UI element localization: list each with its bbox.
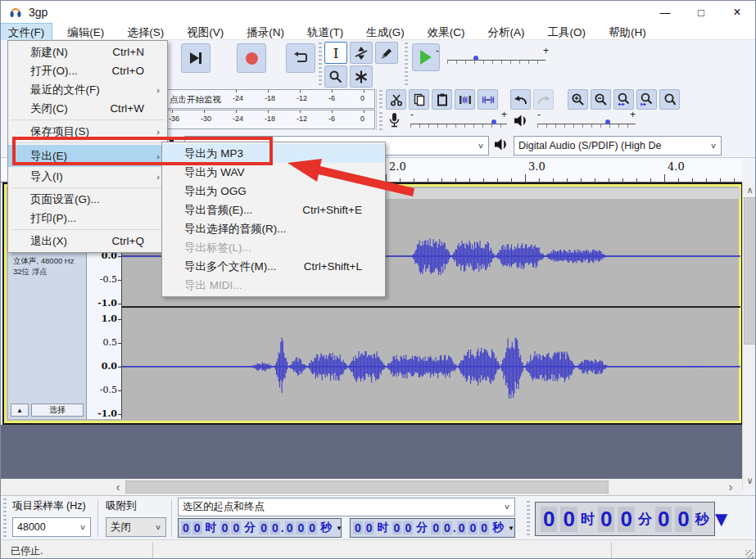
- export-menu-item-7[interactable]: 导出多个文件(M)...Ctrl+Shift+L: [162, 257, 385, 276]
- time-digit[interactable]: 0: [270, 521, 280, 534]
- hscroll-thumb[interactable]: [125, 480, 609, 494]
- time-digit[interactable]: 0: [403, 521, 413, 534]
- close-button[interactable]: ×: [719, 1, 755, 24]
- menubar-item-4[interactable]: 视图(V): [179, 24, 231, 40]
- time-digit[interactable]: 0: [285, 521, 295, 534]
- scroll-up-arrow[interactable]: ∧: [743, 183, 756, 197]
- playback-volume-slider[interactable]: - +: [537, 119, 636, 130]
- meter-monitor-label[interactable]: 点击开始监视: [170, 94, 221, 106]
- menubar-item-10[interactable]: 工具(O): [541, 24, 594, 40]
- horizontal-scrollbar[interactable]: ‹ ›: [1, 479, 742, 495]
- file-menu-item-3[interactable]: 最近的文件(F)›: [8, 80, 167, 99]
- paste-button[interactable]: [432, 89, 452, 110]
- zoom-in-button[interactable]: [568, 89, 588, 110]
- time-digit[interactable]: 0: [220, 521, 230, 534]
- export-menu-item-8[interactable]: 导出 MIDI...: [162, 276, 385, 295]
- menubar-item-6[interactable]: 轨道(T): [300, 24, 351, 40]
- time-digit[interactable]: .: [453, 521, 456, 534]
- file-menu-item-14[interactable]: 退出(X)Ctrl+Q: [8, 232, 167, 250]
- time-digit[interactable]: .: [281, 521, 284, 534]
- undo-button[interactable]: [510, 89, 531, 110]
- selection-mode-select[interactable]: 选区的起点和终点 ∨: [178, 498, 515, 516]
- file-menu-item-2[interactable]: 打开(O)...Ctrl+O: [8, 61, 167, 80]
- zoom-tool-button[interactable]: [324, 65, 347, 88]
- time-digit[interactable]: 0: [442, 521, 452, 534]
- time-digit[interactable]: 0: [192, 521, 202, 534]
- scroll-down-arrow[interactable]: ∨: [743, 473, 756, 488]
- file-menu-item-11[interactable]: 页面设置(G)...: [8, 190, 167, 209]
- maximize-button[interactable]: □: [683, 1, 719, 24]
- menubar-item-5[interactable]: 播录(N): [239, 24, 292, 40]
- menubar-item-3[interactable]: 选择(S): [120, 24, 171, 40]
- time-digit[interactable]: 0: [364, 521, 374, 534]
- zoom-selection-button[interactable]: [613, 89, 634, 110]
- time-digit[interactable]: 0: [468, 521, 478, 534]
- time-digit[interactable]: 0: [307, 521, 317, 534]
- toolbar-grip[interactable]: [405, 43, 408, 87]
- time-digit[interactable]: 0: [231, 521, 241, 534]
- track-select-button[interactable]: 选择: [31, 403, 84, 417]
- time-format-dropdown[interactable]: ▼: [508, 525, 514, 532]
- time-digit[interactable]: 0: [457, 521, 467, 534]
- record-button[interactable]: [237, 43, 266, 73]
- file-menu-item-1[interactable]: 新建(N)Ctrl+N: [8, 43, 167, 61]
- cut-button[interactable]: [386, 89, 406, 110]
- time-digit[interactable]: 0: [392, 521, 402, 534]
- trim-audio-button[interactable]: [455, 89, 475, 110]
- silence-audio-button[interactable]: [478, 89, 498, 110]
- playback-device-select[interactable]: Digital Audio (S/PDIF) (High De ∨: [514, 136, 722, 156]
- toolbar-grip[interactable]: [379, 90, 383, 109]
- zoom-toggle-button[interactable]: [659, 89, 680, 110]
- zoom-fit-button[interactable]: [636, 89, 657, 110]
- toolbar-grip[interactable]: [527, 501, 530, 537]
- draw-tool-button[interactable]: [375, 42, 398, 64]
- time-digit[interactable]: 0: [655, 507, 672, 532]
- multi-tool-button[interactable]: [350, 65, 373, 88]
- menubar-item-2[interactable]: 编辑(E): [60, 24, 111, 40]
- time-digit[interactable]: 0: [431, 521, 441, 534]
- time-digit[interactable]: 0: [296, 521, 306, 534]
- toolbar-grip[interactable]: [319, 43, 322, 87]
- time-digit[interactable]: 0: [598, 507, 614, 532]
- time-digit[interactable]: 0: [675, 507, 691, 532]
- selection-end-time[interactable]: 00时00分00.000秒▼: [350, 518, 515, 538]
- export-menu-item-5[interactable]: 导出选择的音频(R)...: [162, 219, 385, 238]
- recording-volume-slider[interactable]: - +: [410, 119, 507, 130]
- file-menu-item-12[interactable]: 打印(P)...: [8, 209, 167, 228]
- menubar-item-7[interactable]: 生成(G): [359, 24, 412, 40]
- recording-volume-thumb[interactable]: [491, 119, 496, 124]
- menubar-item-11[interactable]: 帮助(H): [601, 24, 654, 40]
- time-digit[interactable]: 0: [618, 507, 634, 532]
- time-format-dropdown[interactable]: ▼: [711, 507, 732, 532]
- time-digit[interactable]: 0: [541, 507, 557, 532]
- time-digit[interactable]: 0: [560, 507, 577, 532]
- time-digit[interactable]: 0: [259, 521, 269, 534]
- time-digit[interactable]: 0: [181, 521, 191, 534]
- scroll-left-arrow[interactable]: ‹: [111, 479, 125, 495]
- copy-button[interactable]: [409, 89, 429, 110]
- menubar-item-8[interactable]: 效果(C): [420, 24, 473, 40]
- scroll-right-arrow[interactable]: ›: [723, 479, 738, 495]
- loop-button[interactable]: [286, 43, 315, 73]
- file-menu-item-9[interactable]: 导入(I)›: [8, 167, 167, 186]
- skip-end-button[interactable]: [181, 43, 211, 73]
- time-digit[interactable]: 0: [479, 521, 489, 534]
- menubar-item-9[interactable]: 分析(A): [481, 24, 532, 40]
- toolbar-grip[interactable]: [379, 112, 383, 130]
- redo-button[interactable]: [533, 89, 554, 110]
- toolbar-grip[interactable]: [3, 498, 7, 538]
- vertical-scrollbar[interactable]: ∧ ∨: [742, 183, 756, 489]
- playspeed-slider[interactable]: - +: [447, 55, 545, 66]
- selection-tool-button[interactable]: I: [324, 42, 347, 64]
- minimize-button[interactable]: —: [647, 1, 683, 24]
- menubar-item-1[interactable]: 文件(F): [1, 24, 52, 40]
- vscroll-thumb[interactable]: [744, 197, 756, 345]
- time-format-dropdown[interactable]: ▼: [336, 525, 342, 532]
- export-menu-item-6[interactable]: 导出标签(L)...: [162, 238, 385, 257]
- envelope-tool-button[interactable]: [350, 42, 373, 64]
- project-rate-select[interactable]: 48000 ∨: [12, 517, 91, 537]
- file-menu-item-4[interactable]: 关闭(C)Ctrl+W: [8, 99, 167, 118]
- playback-volume-thumb[interactable]: [605, 119, 610, 124]
- collapse-track-button[interactable]: ▲: [11, 403, 29, 417]
- snap-to-select[interactable]: 关闭 ∨: [106, 517, 166, 537]
